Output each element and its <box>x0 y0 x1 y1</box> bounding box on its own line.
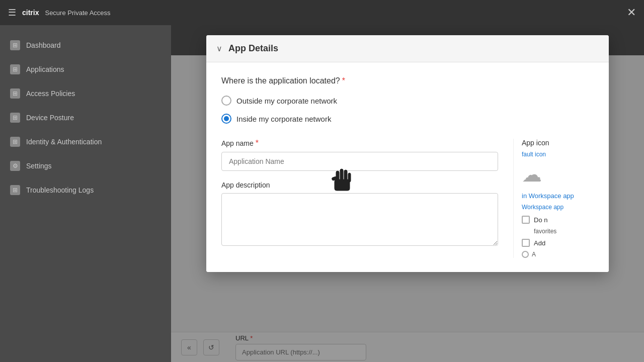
modal-header: ∨ App Details <box>206 35 609 62</box>
app-title: Secure Private Access <box>45 9 110 17</box>
sidebar-label-device-posture: Device Posture <box>26 114 74 122</box>
sidebar-label-applications: Applications <box>26 65 64 73</box>
radio-outside-circle[interactable] <box>221 96 231 106</box>
dashboard-icon: ⊞ <box>10 40 20 50</box>
main-layout: ⊞ Dashboard ⊞ Applications ⊞ Access Poli… <box>0 25 644 362</box>
cloud-icon: ☁ <box>522 163 594 186</box>
sidebar-item-identity-auth[interactable]: ⊞ Identity & Authentication <box>0 130 171 154</box>
form-section: App name * App description <box>221 139 594 258</box>
identity-icon: ⊞ <box>10 137 20 147</box>
sidebar: ⊞ Dashboard ⊞ Applications ⊞ Access Poli… <box>0 25 171 362</box>
sidebar-label-dashboard: Dashboard <box>26 41 61 49</box>
checkbox-add[interactable]: Add <box>522 239 594 247</box>
sidebar-item-dashboard[interactable]: ⊞ Dashboard <box>0 33 171 57</box>
sidebar-label-access-policies: Access Policies <box>26 89 75 98</box>
sidebar-label-troubleshooting: Troubleshooting Logs <box>26 186 94 194</box>
form-left: App name * App description <box>221 139 498 258</box>
modal-collapse-icon[interactable]: ∨ <box>216 44 222 53</box>
radio-add-circle[interactable] <box>522 251 529 258</box>
app-details-modal: ∨ App Details Where is the application l… <box>206 35 609 272</box>
app-name-group: App name * <box>221 139 498 171</box>
radio-add-label: A <box>532 251 536 258</box>
default-icon-link[interactable]: fault icon <box>522 151 594 158</box>
location-radio-group: Outside my corporate network Inside my c… <box>221 96 594 124</box>
radio-inside[interactable]: Inside my corporate network <box>221 114 594 124</box>
app-desc-textarea[interactable] <box>221 193 498 246</box>
sidebar-item-access-policies[interactable]: ⊞ Access Policies <box>0 81 171 106</box>
sidebar-label-settings: Settings <box>26 162 52 170</box>
radio-inside-circle[interactable] <box>221 114 231 124</box>
checkbox-add-box[interactable] <box>522 239 530 247</box>
location-required-star: * <box>342 76 345 85</box>
location-question: Where is the application located? * <box>221 76 594 85</box>
sidebar-label-identity: Identity & Authentication <box>26 138 102 146</box>
troubleshooting-icon: ⊞ <box>10 185 20 195</box>
radio-inside-label: Inside my corporate network <box>236 115 331 123</box>
close-icon[interactable]: ✕ <box>627 6 636 19</box>
radio-outside[interactable]: Outside my corporate network <box>221 96 594 106</box>
app-icon-label: App icon <box>522 139 594 147</box>
app-name-input[interactable] <box>221 152 498 171</box>
sidebar-item-settings[interactable]: ⚙ Settings <box>0 154 171 178</box>
workspace-label: Workspace app <box>522 204 594 211</box>
settings-icon: ⚙ <box>10 161 20 171</box>
favorites-hint: favorites <box>534 228 594 235</box>
app-desc-group: App description <box>221 181 498 248</box>
sidebar-item-applications[interactable]: ⊞ Applications <box>0 57 171 81</box>
sidebar-item-troubleshooting[interactable]: ⊞ Troubleshooting Logs <box>0 178 171 202</box>
top-bar: ☰ citrix Secure Private Access ✕ <box>0 0 644 25</box>
citrix-logo: citrix <box>22 9 39 17</box>
modal-body: Where is the application located? * Outs… <box>206 62 609 272</box>
radio-add-section: A <box>522 251 594 258</box>
radio-outside-label: Outside my corporate network <box>236 97 337 105</box>
checkbox-do-not-label: Do n <box>534 216 547 224</box>
app-name-label: App name * <box>221 139 498 148</box>
applications-icon: ⊞ <box>10 64 20 74</box>
access-policies-icon: ⊞ <box>10 88 20 99</box>
content-area: « ↺ URL * ∨ App Details <box>171 25 644 362</box>
app-desc-label: App description <box>221 181 498 189</box>
checkbox-add-label: Add <box>534 239 545 247</box>
sidebar-item-device-posture[interactable]: ⊞ Device Posture <box>0 106 171 130</box>
checkbox-do-not[interactable]: Do n <box>522 216 594 224</box>
app-icon-section: App icon fault icon ☁ in Workspace app W… <box>513 139 594 258</box>
workspace-title: in Workspace app <box>522 192 594 200</box>
app-shell: ☰ citrix Secure Private Access ✕ ⊞ Dashb… <box>0 0 644 362</box>
modal-title: App Details <box>228 43 278 54</box>
app-name-required-star: * <box>256 139 259 148</box>
device-posture-icon: ⊞ <box>10 113 20 123</box>
hamburger-icon[interactable]: ☰ <box>8 7 16 18</box>
checkbox-do-not-box[interactable] <box>522 216 530 224</box>
